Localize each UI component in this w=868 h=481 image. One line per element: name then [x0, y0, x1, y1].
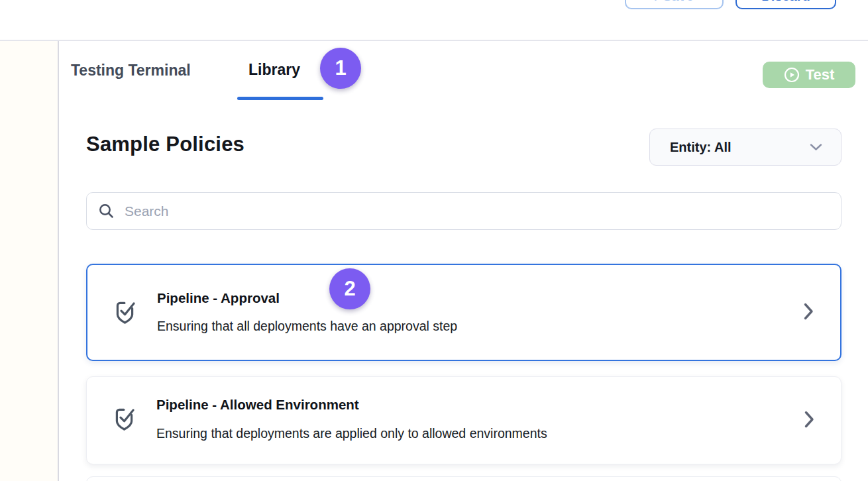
left-rail	[0, 41, 59, 481]
search-icon	[97, 202, 115, 220]
annotation-step-1-badge: 1	[320, 48, 361, 89]
policy-card-partial[interactable]	[86, 476, 841, 481]
tab-testing-terminal[interactable]: Testing Terminal	[71, 62, 191, 80]
chevron-right-icon	[804, 303, 814, 323]
top-header-bar: Save Discard	[0, 0, 868, 41]
play-circle-icon	[784, 67, 800, 83]
discard-button-label: Discard	[761, 0, 810, 4]
test-button[interactable]: Test	[763, 62, 855, 88]
shield-check-icon	[113, 298, 137, 329]
test-button-label: Test	[806, 66, 835, 83]
policy-title: Pipeline - Approval	[157, 290, 280, 306]
chevron-down-icon	[810, 143, 822, 151]
search-input[interactable]	[125, 203, 830, 219]
annotation-step-2-badge: 2	[329, 268, 370, 309]
search-box	[86, 192, 841, 230]
policy-card-pipeline-approval[interactable]: Pipeline - Approval Ensuring that all de…	[86, 264, 841, 361]
tab-library[interactable]: Library	[248, 61, 300, 79]
save-button-label: Save	[663, 0, 694, 4]
entity-filter-value: Entity: All	[670, 140, 732, 155]
save-icon	[655, 0, 657, 1]
discard-button[interactable]: Discard	[735, 0, 836, 9]
policy-description: Ensuring that all deployments have an ap…	[157, 319, 457, 334]
policy-title: Pipeline - Allowed Environment	[156, 397, 359, 413]
active-tab-underline	[237, 97, 323, 100]
page-title: Sample Policies	[86, 133, 244, 156]
entity-filter-dropdown[interactable]: Entity: All	[649, 129, 841, 166]
save-button[interactable]: Save	[625, 0, 724, 9]
shield-check-icon	[112, 405, 136, 435]
policy-card-pipeline-allowed-environment[interactable]: Pipeline - Allowed Environment Ensuring …	[86, 376, 841, 464]
policy-description: Ensuring that deployments are applied on…	[156, 426, 547, 441]
chevron-right-icon	[804, 411, 814, 431]
